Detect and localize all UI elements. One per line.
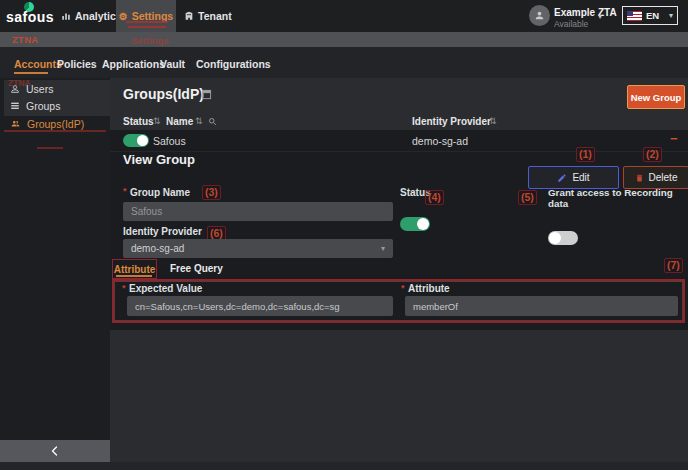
expected-value-label: Expected Value — [129, 283, 202, 294]
edit-button[interactable]: Edit — [528, 166, 619, 189]
person-icon — [534, 10, 545, 21]
toggle-knob — [417, 218, 429, 230]
tab-free-query-label: Free Query — [170, 263, 223, 274]
group-name-input[interactable] — [123, 202, 393, 221]
status-toggle[interactable] — [400, 217, 430, 231]
chevron-left-icon — [49, 445, 61, 457]
annotation-scribble — [126, 21, 168, 23]
sidebar-item-groups[interactable]: Groups — [10, 100, 60, 112]
annotation-5: (5) — [518, 190, 537, 205]
annotation-7: (7) — [664, 258, 683, 273]
required-marker: * — [122, 283, 126, 293]
row-divider — [110, 151, 688, 152]
sidebar-item-label: Groups — [26, 100, 60, 112]
annotation-4: (4) — [425, 190, 444, 205]
sort-icon[interactable]: ⇅ — [195, 116, 203, 126]
nav-tenant[interactable]: Tenant — [184, 0, 232, 32]
tab-accounts[interactable]: Accounts — [14, 58, 62, 70]
column-header-identity-provider[interactable]: Identity Provider — [412, 116, 491, 127]
annotation-1: (1) — [576, 147, 595, 162]
language-code: EN — [646, 10, 659, 21]
tab-vault[interactable]: Vault — [160, 58, 185, 70]
row-idp-cell: demo-sg-ad — [412, 135, 468, 147]
collapse-row-icon[interactable]: − — [670, 131, 678, 146]
required-marker: * — [401, 283, 405, 293]
chevron-down-icon: ▾ — [669, 11, 673, 20]
annotation-3: (3) — [202, 185, 221, 200]
tab-configurations[interactable]: Configurations — [196, 58, 271, 70]
product-label: ZTNA — [12, 34, 39, 45]
tab-applications[interactable]: Applications — [102, 58, 165, 70]
expand-window-icon[interactable] — [201, 89, 212, 100]
attribute-label: Attribute — [408, 283, 450, 294]
expected-value-input[interactable] — [127, 296, 393, 316]
sidebar-item-groups-idp[interactable]: Groups(IdP) — [10, 118, 84, 130]
footer-strip — [0, 462, 688, 470]
group-name-label: Group Name — [130, 187, 190, 198]
annotation-underline — [4, 130, 106, 132]
attribute-input[interactable] — [405, 296, 678, 316]
delete-button[interactable]: Delete — [623, 166, 688, 189]
nav-tenant-label: Tenant — [198, 10, 232, 22]
product-bar — [0, 32, 688, 47]
annotation-2: (2) — [643, 147, 662, 162]
tab-policies[interactable]: Policies — [57, 58, 97, 70]
annotation-ghost-settings: Settings — [131, 35, 168, 46]
chevron-down-icon: ▾ — [381, 244, 385, 253]
delete-button-label: Delete — [649, 172, 678, 183]
chevron-down-icon[interactable]: ▾ — [598, 12, 602, 21]
language-selector[interactable]: EN ▾ — [622, 6, 678, 25]
toggle-knob — [549, 232, 561, 244]
nav-settings[interactable]: ⚙ Settings — [116, 0, 176, 32]
tab-attribute-label: Attribute — [114, 264, 156, 275]
sort-icon[interactable]: ⇅ — [153, 116, 161, 126]
people-group-icon — [10, 119, 21, 129]
pencil-icon — [557, 173, 567, 183]
nav-analytics-label: Analytics — [75, 10, 122, 22]
tenant-building-icon — [184, 11, 194, 21]
analytics-chart-icon — [61, 11, 71, 21]
app-window: safous Analytics ⚙ Settings Tenant Examp… — [0, 0, 688, 470]
sidebar-item-label: Groups(IdP) — [27, 118, 84, 130]
new-group-button[interactable]: New Group — [627, 85, 685, 109]
grant-recording-label: Grant access to Recording data — [548, 187, 688, 209]
idp-selected-value: demo-sg-ad — [131, 243, 184, 254]
sidebar-collapse-button[interactable] — [0, 440, 110, 462]
annotation-scribble — [128, 26, 166, 28]
column-header-status[interactable]: Status — [123, 116, 154, 127]
view-group-title: View Group — [123, 152, 195, 167]
required-marker: * — [123, 186, 127, 196]
nav-analytics[interactable]: Analytics — [61, 0, 122, 32]
gear-icon: ⚙ — [119, 11, 128, 22]
edit-button-label: Edit — [572, 172, 589, 183]
toggle-knob — [137, 135, 148, 146]
us-flag-icon — [627, 11, 642, 21]
trash-icon — [635, 173, 644, 183]
user-icon — [10, 84, 20, 94]
tab-attribute[interactable]: Attribute — [112, 259, 157, 279]
brand-logo[interactable]: safous — [6, 9, 54, 25]
top-bar: safous Analytics ⚙ Settings Tenant Examp… — [0, 0, 688, 32]
annotation-artifact — [37, 147, 63, 149]
active-subtab-underline — [116, 275, 152, 277]
active-tab-underline — [14, 72, 48, 74]
grant-recording-toggle[interactable] — [548, 231, 578, 245]
user-avatar[interactable] — [529, 5, 550, 26]
search-icon[interactable] — [208, 117, 217, 126]
row-name-cell[interactable]: Safous — [153, 135, 186, 147]
column-header-name[interactable]: Name — [166, 116, 193, 127]
sidebar — [0, 78, 110, 440]
user-name[interactable]: Example ZTA — [554, 7, 617, 18]
row-status-toggle[interactable] — [123, 134, 149, 147]
tab-free-query[interactable]: Free Query — [170, 263, 223, 274]
page-title: Groups(IdP) — [123, 86, 204, 102]
user-status: Available — [554, 19, 588, 29]
sidebar-item-label: Users — [26, 83, 53, 95]
new-group-label: New Group — [631, 92, 682, 103]
list-icon — [10, 101, 20, 111]
sort-icon[interactable]: ⇅ — [489, 116, 497, 126]
idp-label: Identity Provider — [123, 226, 202, 237]
sidebar-item-users[interactable]: Users — [10, 83, 53, 95]
idp-select[interactable]: demo-sg-ad ▾ — [123, 239, 393, 258]
